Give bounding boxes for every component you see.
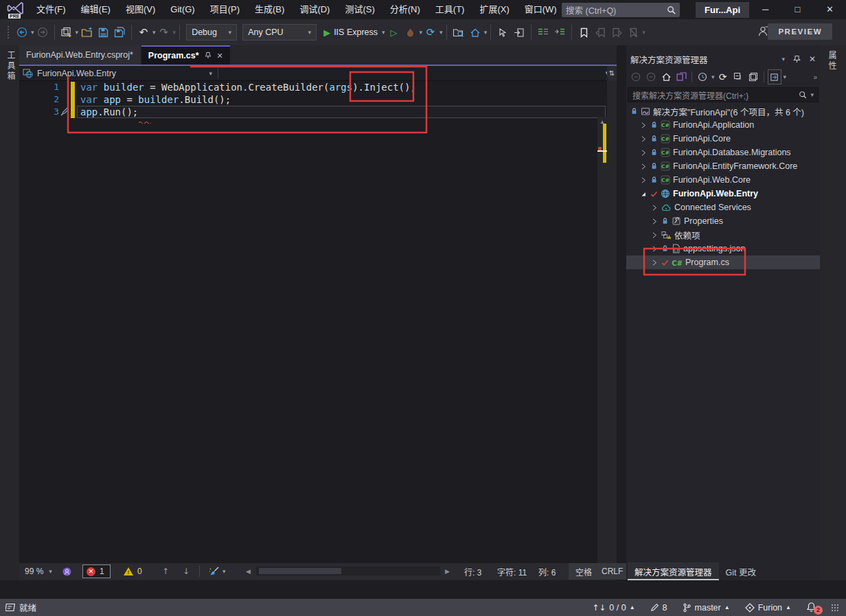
filter-dropdown[interactable]: ▾ [711,73,715,80]
sync-dropdown[interactable]: ▾ [784,73,787,80]
navigate-back-dropdown[interactable]: ▾ [31,29,34,36]
next-issue-icon[interactable]: ↓ [183,563,190,580]
notifications-button[interactable]: 2 [806,602,820,614]
redo-dropdown[interactable]: ▾ [173,29,176,36]
close-tab-icon[interactable]: ✕ [217,52,223,60]
se-home-icon[interactable] [659,69,673,84]
navbar-project-dropdown[interactable]: FurionApi.Web.Entry ▾ [19,69,218,78]
hscroll-right-arrow[interactable]: ▶ [445,563,450,580]
tree-item-appsettings-json[interactable]: {}appsettings.json [626,242,820,255]
close-button[interactable]: ✕ [814,0,846,19]
pointer-mode-icon[interactable] [495,23,510,41]
next-bookmark-icon[interactable] [609,23,624,41]
restart-dropdown[interactable]: ▾ [439,29,443,36]
se-refresh-icon[interactable]: ⟳ [716,69,730,84]
search-icon[interactable] [799,91,807,99]
panel-tab-git-更改[interactable]: Git 更改 [719,562,763,580]
chevron-right-icon[interactable] [650,218,659,225]
menu-工具-t[interactable]: 工具(T) [428,0,472,19]
zoom-level-select[interactable]: 99 % ▾ [25,563,52,580]
git-sync-status[interactable]: ↑↓ 0 / 0 ▲ [592,603,634,613]
code-editor[interactable]: 1var builder = WebApplication.CreateBuil… [19,81,607,563]
menu-测试-s[interactable]: 测试(S) [337,0,382,19]
line-ending-indicator[interactable]: CRLF [595,563,630,580]
toolbox-tab[interactable]: 工具箱 [5,45,16,82]
properties-tab[interactable]: 属性 [826,45,838,71]
search-options-chevron[interactable]: ▾ [810,91,814,98]
save-icon[interactable] [95,23,111,41]
decrease-indent-icon[interactable] [536,23,551,41]
restart-icon[interactable]: ⟳ [423,23,438,41]
chevron-right-icon[interactable] [639,122,648,129]
solution-search-box[interactable]: 搜索解决方案资源管理器(Ctrl+;) ▾ [628,87,819,102]
home-icon[interactable] [468,23,483,41]
collapse-all-icon[interactable] [731,69,745,84]
tree-item-properties[interactable]: Properties [626,214,820,228]
tree-item-furionapi-core[interactable]: C#FurionApi.Core [626,132,820,146]
maximize-button[interactable]: □ [781,0,814,19]
minimize-button[interactable]: ─ [749,0,781,19]
tree-item-connected-services[interactable]: Connected Services [626,201,820,214]
git-repo-status[interactable]: Furion ▲ [745,603,791,613]
panel-close-icon[interactable]: ✕ [809,54,816,64]
solution-explorer-title-bar[interactable]: 解决方案资源管理器 ▾ ✕ [626,51,820,67]
increase-indent-icon[interactable] [552,23,567,41]
undo-icon[interactable]: ↶ [136,23,151,41]
run-target-dropdown[interactable]: ▾ [382,29,385,36]
health-indicator-icon[interactable] [62,563,72,580]
open-file-icon[interactable] [79,23,94,41]
home-dropdown[interactable]: ▾ [484,29,488,36]
cursor-char-indicator[interactable]: 字符: 11 [497,563,527,580]
toggle-bookmark-icon[interactable] [576,23,591,41]
code-line-1[interactable]: var builder = WebApplication.CreateBuild… [19,81,607,93]
chevron-right-icon[interactable] [650,204,659,212]
tree-item-解决方案-furionapi-6-个项目-共-6-个[interactable]: 解决方案"FurionApi"(6 个项目，共 6 个) [626,104,820,118]
hscroll-left-arrow[interactable]: ◀ [246,563,251,580]
code-line-3[interactable]: app.Run(); [19,106,607,118]
chevron-down-icon[interactable] [639,190,648,198]
se-back-icon[interactable] [629,69,643,84]
preview-features-button[interactable]: PREVIEW [768,23,832,40]
menu-窗口-w[interactable]: 窗口(W) [517,0,564,19]
toolbar-drag-grip[interactable] [7,25,10,39]
find-in-files-icon[interactable] [451,23,466,41]
chevron-right-icon[interactable] [639,135,648,143]
hot-reload-dropdown[interactable]: ▾ [420,29,423,36]
clear-bookmarks-icon[interactable] [626,23,641,41]
solution-platform-select[interactable]: Any CPU▾ [242,24,317,41]
menu-扩展-x[interactable]: 扩展(X) [472,0,516,19]
unsaved-edits-status[interactable]: 8 [650,603,667,613]
search-icon[interactable] [667,5,676,14]
chevron-right-icon[interactable] [650,259,659,266]
save-all-icon[interactable] [112,23,127,41]
switch-views-icon[interactable] [674,69,688,84]
menu-调试-d[interactable]: 调试(D) [292,0,337,19]
git-branch-status[interactable]: master ▲ [683,603,730,613]
error-count-button[interactable]: ✕ 1 [82,564,111,578]
quick-search-box[interactable]: 搜索 (Ctrl+Q) [562,3,680,17]
code-navigate-icon[interactable] [512,23,527,41]
vertical-scrollbar[interactable]: ▲ ▼ [597,117,607,599]
chevron-right-icon[interactable] [650,245,659,253]
send-feedback-icon[interactable] [757,25,769,39]
warning-count-button[interactable]: ! 0 [124,563,142,580]
new-project-icon[interactable] [59,23,74,41]
toolbar-overflow-icon[interactable]: » [813,73,817,81]
preview-selected-icon[interactable] [746,69,760,84]
redo-icon[interactable]: ↷ [157,23,172,41]
tree-item-furionapi-application[interactable]: C#FurionApi.Application [626,118,820,132]
split-window-button[interactable]: ⇅ [607,66,617,81]
pin-tab-icon[interactable] [205,52,212,60]
chevron-right-icon[interactable] [639,176,648,184]
menu-视图-v[interactable]: 视图(V) [118,0,163,19]
undo-dropdown[interactable]: ▾ [152,29,156,36]
panel-menu-chevron[interactable]: ▾ [781,56,785,62]
menu-编辑-e[interactable]: 编辑(E) [73,0,118,19]
tree-item-依赖项[interactable]: 依赖项 [626,228,820,242]
tree-item-furionapi-web-entry[interactable]: FurionApi.Web.Entry [626,187,820,201]
navigate-forward-icon[interactable] [35,23,50,41]
screwdriver-gutter-icon[interactable] [60,107,69,119]
menu-分析-n[interactable]: 分析(N) [382,0,428,19]
code-line-2[interactable]: var app = builder.Build(); [19,93,607,106]
navbar-project-chevron[interactable]: ▾ [209,70,212,77]
